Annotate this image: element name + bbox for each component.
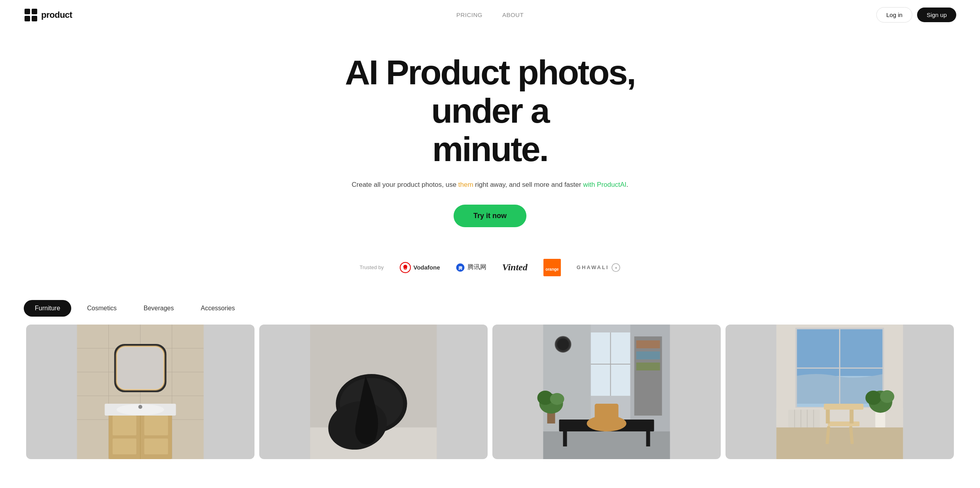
svg-rect-50 xyxy=(646,431,650,446)
svg-text:腾: 腾 xyxy=(458,266,463,270)
image-grid xyxy=(0,325,980,459)
svg-rect-1 xyxy=(32,9,37,14)
hero-subtitle-middle: right away, and sell more and faster xyxy=(473,181,583,188)
svg-point-74 xyxy=(866,391,881,405)
gallery-image-office xyxy=(492,325,721,459)
svg-rect-78 xyxy=(826,410,830,423)
svg-point-5 xyxy=(403,265,407,269)
nav-links: PRICING ABOUT xyxy=(456,11,524,18)
svg-rect-23 xyxy=(144,416,168,435)
pillows-svg xyxy=(259,325,488,459)
hero-subtitle-them: them xyxy=(458,181,473,188)
office-svg xyxy=(492,325,721,459)
ghawali-icon: ✦ xyxy=(612,263,620,272)
svg-rect-45 xyxy=(636,351,660,359)
svg-rect-79 xyxy=(850,410,854,423)
login-button[interactable]: Log in xyxy=(876,7,912,23)
svg-rect-65 xyxy=(777,427,903,459)
gallery-image-bathroom xyxy=(26,325,254,459)
hero-title: AI Product photos, under a minute. xyxy=(312,53,668,168)
brand-vinted: Vinted xyxy=(502,262,528,273)
svg-rect-3 xyxy=(32,16,37,21)
logo-text: product xyxy=(41,10,72,20)
hero-subtitle-before: Create all your product photos, use xyxy=(352,181,458,188)
tencent-label: 腾讯网 xyxy=(467,263,486,272)
category-tabs: Furniture Cosmetics Beverages Accessorie… xyxy=(0,292,980,325)
svg-rect-30 xyxy=(117,346,164,390)
hero-title-line2: minute. xyxy=(432,129,548,169)
trusted-section: Trusted by Vodafone 腾 腾讯网 Vinted orange … xyxy=(0,243,980,292)
svg-text:orange: orange xyxy=(545,267,559,272)
tab-cosmetics[interactable]: Cosmetics xyxy=(76,300,128,317)
brand-ghawali: GHAWALI ✦ xyxy=(577,263,621,272)
tab-beverages[interactable]: Beverages xyxy=(133,300,185,317)
gallery-image-stool xyxy=(726,325,954,459)
svg-rect-0 xyxy=(25,9,30,14)
svg-rect-76 xyxy=(824,404,864,410)
hero-subtitle-product: with ProductAI xyxy=(583,181,627,188)
logo[interactable]: product xyxy=(24,8,72,22)
vinted-label: Vinted xyxy=(502,262,528,273)
brand-tencent: 腾 腾讯网 xyxy=(456,263,486,272)
svg-point-58 xyxy=(550,393,564,405)
trusted-label: Trusted by xyxy=(360,264,384,270)
svg-rect-67 xyxy=(788,410,820,427)
hero-title-line1: AI Product photos, under a xyxy=(345,53,635,130)
try-it-now-button[interactable]: Try it now xyxy=(454,205,526,227)
svg-rect-77 xyxy=(828,422,860,426)
svg-point-54 xyxy=(557,338,569,350)
svg-point-75 xyxy=(880,390,895,403)
svg-rect-2 xyxy=(25,16,30,21)
svg-rect-24 xyxy=(113,439,137,454)
vodafone-label: Vodafone xyxy=(414,264,440,271)
hero-subtitle-after: . xyxy=(627,181,629,188)
tab-accessories[interactable]: Accessories xyxy=(190,300,246,317)
svg-point-28 xyxy=(139,405,142,409)
tab-furniture[interactable]: Furniture xyxy=(24,300,71,317)
svg-rect-46 xyxy=(636,363,660,370)
svg-rect-52 xyxy=(595,404,619,427)
svg-rect-47 xyxy=(543,431,670,459)
hero-section: AI Product photos, under a minute. Creat… xyxy=(0,30,980,243)
brand-orange: orange xyxy=(543,259,561,276)
stool-svg xyxy=(726,325,954,459)
ghawali-label: GHAWALI xyxy=(577,264,609,270)
brand-vodafone: Vodafone xyxy=(400,262,440,273)
tencent-icon: 腾 xyxy=(456,263,465,272)
navbar: product PRICING ABOUT Log in Sign up xyxy=(0,0,980,30)
nav-about[interactable]: ABOUT xyxy=(502,11,524,18)
svg-rect-22 xyxy=(113,416,137,435)
nav-pricing[interactable]: PRICING xyxy=(456,11,482,18)
orange-icon: orange xyxy=(543,259,561,276)
hero-subtitle: Create all your product photos, use them… xyxy=(8,179,972,190)
bathroom-svg xyxy=(26,325,254,459)
svg-rect-44 xyxy=(636,340,660,348)
gallery-image-pillows xyxy=(259,325,488,459)
svg-text:✦: ✦ xyxy=(615,266,617,270)
signup-button[interactable]: Sign up xyxy=(917,8,956,22)
svg-rect-25 xyxy=(144,439,168,454)
nav-actions: Log in Sign up xyxy=(876,7,956,23)
svg-rect-49 xyxy=(563,431,567,446)
vodafone-icon xyxy=(400,262,411,273)
logo-icon xyxy=(24,8,38,22)
